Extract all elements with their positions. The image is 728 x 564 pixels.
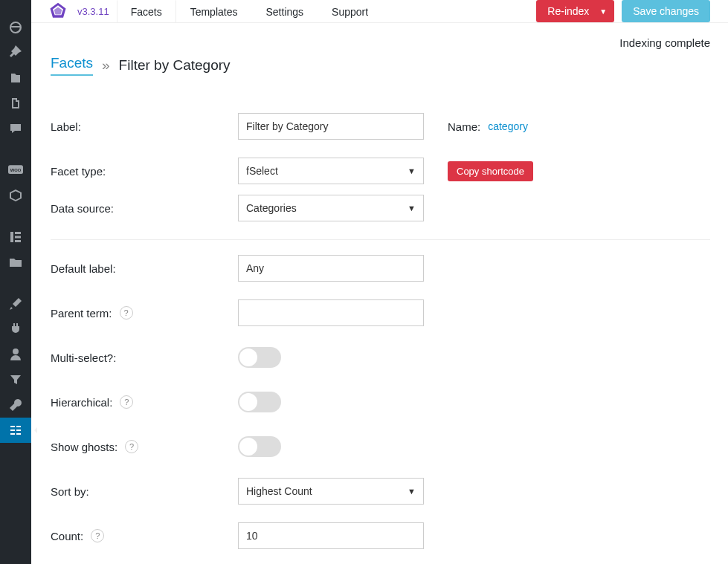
facetwp-logo-icon <box>48 1 68 22</box>
indexing-status: Indexing complete <box>31 23 728 49</box>
tools-icon[interactable] <box>0 392 31 418</box>
folder-icon[interactable] <box>0 250 31 275</box>
row-sort-by: Sort by: Highest Count ▼ <box>51 470 710 512</box>
name-link[interactable]: category <box>488 120 528 132</box>
svg-rect-5 <box>15 240 21 242</box>
default-label-label: Default label: <box>51 262 238 275</box>
svg-rect-2 <box>10 232 13 242</box>
data-source-label: Data source: <box>51 202 238 215</box>
name-title: Name: <box>448 120 480 133</box>
row-default-label: Default label: <box>51 247 710 289</box>
top-actions: Re-index ▼ Save changes <box>536 0 710 22</box>
caret-down-icon: ▼ <box>599 7 607 16</box>
facetwp-menu-icon[interactable] <box>0 418 31 443</box>
parent-term-input[interactable] <box>238 299 424 326</box>
woo-icon[interactable]: WOO <box>0 158 31 183</box>
show-ghosts-label: Show ghosts: <box>51 441 117 453</box>
breadcrumb-current: Filter by Category <box>119 57 231 74</box>
hierarchical-label: Hierarchical: <box>51 396 112 409</box>
row-facet-type: Facet type: fSelect ▼ Copy shortcode <box>51 150 710 192</box>
facet-form: Label: Name: category Facet type: fSelec… <box>51 92 710 557</box>
content: Facets » Filter by Category Label: Name:… <box>31 49 728 564</box>
sort-by-select[interactable]: Highest Count ▼ <box>238 478 424 505</box>
chevron-down-icon: ▼ <box>408 204 416 213</box>
caret-down-icon: ▼ <box>408 487 416 496</box>
tab-facets[interactable]: Facets <box>117 0 176 22</box>
tab-templates[interactable]: Templates <box>176 0 252 22</box>
help-icon[interactable]: ? <box>91 529 104 542</box>
users-icon[interactable] <box>0 342 31 367</box>
data-source-value: Categories <box>246 202 297 214</box>
tab-settings[interactable]: Settings <box>251 0 318 22</box>
pages-icon[interactable] <box>0 91 31 116</box>
hierarchical-toggle[interactable] <box>238 392 281 412</box>
reindex-button[interactable]: Re-index ▼ <box>536 0 614 22</box>
breadcrumb: Facets » Filter by Category <box>51 49 710 92</box>
row-multi-select: Multi-select?: <box>51 337 710 378</box>
default-label-input[interactable] <box>238 255 424 282</box>
tab-support[interactable]: Support <box>318 0 382 22</box>
breadcrumb-sep: » <box>102 57 110 74</box>
row-data-source: Data source: Categories ▼ <box>51 195 710 240</box>
save-button[interactable]: Save changes <box>622 0 710 22</box>
help-icon[interactable]: ? <box>120 306 133 320</box>
facet-type-value: fSelect <box>246 165 278 177</box>
row-count: Count: ? <box>51 515 710 557</box>
facet-type-label: Facet type: <box>51 165 238 178</box>
parent-term-label: Parent term: <box>51 307 112 320</box>
svg-rect-3 <box>15 232 21 234</box>
media-icon[interactable] <box>0 65 31 91</box>
copy-shortcode-button[interactable]: Copy shortcode <box>448 161 533 181</box>
multi-select-label: Multi-select?: <box>51 351 238 364</box>
row-parent-term: Parent term: ? <box>51 292 710 334</box>
count-label: Count: <box>51 530 83 542</box>
sort-by-label: Sort by: <box>51 485 238 498</box>
elementor-icon[interactable] <box>0 224 31 250</box>
comments-icon[interactable] <box>0 116 31 141</box>
label-input[interactable] <box>238 113 424 140</box>
appearance-icon[interactable] <box>0 291 31 317</box>
label-label: Label: <box>51 120 238 133</box>
pin-icon[interactable] <box>0 40 31 65</box>
plugins-icon[interactable] <box>0 317 31 342</box>
help-icon[interactable]: ? <box>125 440 138 453</box>
row-hierarchical: Hierarchical: ? <box>51 381 710 423</box>
products-icon[interactable] <box>0 183 31 208</box>
main-panel: v3.3.11 Facets Templates Settings Suppor… <box>31 0 728 564</box>
wp-admin-sidebar: WOO <box>0 0 31 564</box>
dashboard-icon[interactable] <box>0 15 31 40</box>
count-input[interactable] <box>238 522 424 549</box>
row-show-ghosts: Show ghosts: ? <box>51 426 710 467</box>
help-icon[interactable]: ? <box>120 395 133 409</box>
reindex-label: Re-index <box>547 5 589 17</box>
filter-icon[interactable] <box>0 367 31 392</box>
facet-type-select[interactable]: fSelect ▼ <box>238 158 424 184</box>
svg-rect-4 <box>15 236 21 239</box>
show-ghosts-toggle[interactable] <box>238 436 281 457</box>
caret-down-icon: ▼ <box>408 166 416 175</box>
tab-bar: Facets Templates Settings Support <box>117 0 382 22</box>
breadcrumb-root[interactable]: Facets <box>51 55 93 76</box>
data-source-select[interactable]: Categories ▼ <box>238 195 424 221</box>
version-label: v3.3.11 <box>77 6 109 17</box>
multi-select-toggle[interactable] <box>238 347 281 368</box>
row-label: Label: Name: category <box>51 106 710 147</box>
topbar: v3.3.11 Facets Templates Settings Suppor… <box>31 0 728 23</box>
sort-by-value: Highest Count <box>246 485 312 497</box>
svg-text:WOO: WOO <box>10 168 22 172</box>
